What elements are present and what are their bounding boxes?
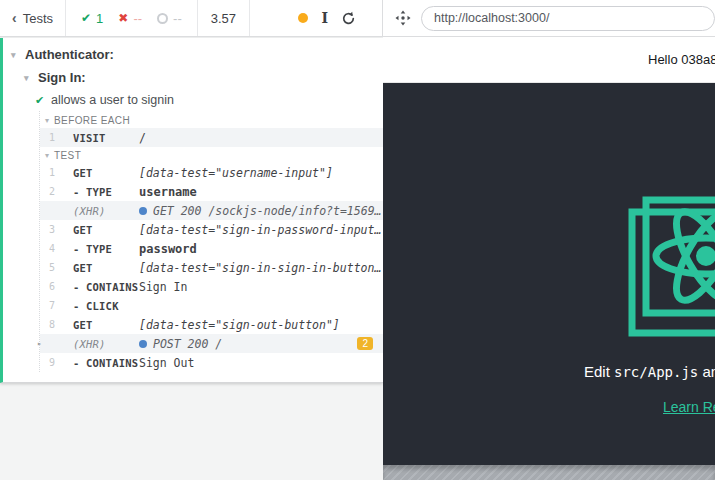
command-method: (XHR) [73, 338, 139, 350]
reporter-panel: ▾ Authenticator: ▾ Sign In: ✔ allows a u… [0, 37, 383, 480]
test-stats: ✔ 1 ✖ -- -- [66, 0, 197, 36]
command-args: username [139, 185, 383, 199]
command-row[interactable]: 3 GET [data-test="sign-in-password-input… [40, 220, 383, 239]
suite-sign-in[interactable]: ▾ Sign In: [3, 66, 383, 89]
command-method: GET [73, 319, 139, 331]
command-args: Sign Out [139, 356, 383, 370]
command-log: ▾ BEFORE EACH 1 VISIT / ▾ TEST 1 GET [da… [39, 111, 383, 372]
command-row[interactable]: 2 - TYPE username [40, 182, 383, 201]
command-method: GET [73, 167, 139, 179]
run-duration: 3.57 [198, 0, 249, 36]
command-args: / [139, 131, 383, 145]
command-number: 5 [40, 262, 55, 273]
command-number: 9 [40, 357, 55, 368]
command-args: [data-test="sign-in-sign-in-button… [139, 261, 383, 275]
test-allows-signin[interactable]: ✔ allows a user to signin [3, 89, 383, 111]
learn-react-link[interactable]: Learn React [663, 399, 715, 415]
selector-playground-icon[interactable] [395, 10, 411, 26]
command-method: GET [73, 224, 139, 236]
test-title: allows a user to signin [51, 93, 174, 107]
code-snippet: src/App.js [614, 364, 698, 380]
failed-count[interactable]: ✖ -- [118, 11, 142, 26]
suite-title: Authenticator: [25, 47, 114, 62]
caret-right-icon[interactable]: ▸ [37, 339, 42, 348]
command-row[interactable]: 4 - TYPE password [40, 239, 383, 258]
xhr-count-badge: 2 [357, 337, 373, 350]
command-method: - TYPE [73, 186, 139, 198]
caret-down-icon: ▾ [45, 151, 49, 160]
command-row[interactable]: 1 VISIT / [40, 128, 383, 147]
command-method: VISIT [73, 132, 139, 144]
check-icon: ✔ [81, 11, 91, 25]
reporter-header: ‹ Tests ✔ 1 ✖ -- -- 3.57 [0, 0, 383, 36]
xhr-row[interactable]: (XHR) GET 200 /sockjs-node/info?t=1569… [40, 201, 383, 220]
command-row[interactable]: 6 - CONTAINS Sign In [40, 277, 383, 296]
command-method: (XHR) [73, 205, 139, 217]
cypress-runner: ‹ Tests ✔ 1 ✖ -- -- 3.57 [0, 0, 715, 480]
command-method: - CLICK [73, 300, 139, 312]
aut-app-main: Edit src/App.js and save to reload. Lear… [383, 83, 715, 465]
before-each-section-header[interactable]: ▾ BEFORE EACH [40, 112, 383, 128]
command-number: 3 [40, 224, 55, 235]
caret-down-icon: ▾ [45, 116, 49, 125]
pending-count[interactable]: -- [157, 11, 182, 26]
command-row[interactable]: 8 GET [data-test="sign-out-button"] [40, 315, 383, 334]
top-bar: ‹ Tests ✔ 1 ✖ -- -- 3.57 [0, 0, 715, 37]
circle-icon [157, 13, 168, 24]
back-label: Tests [23, 11, 53, 26]
command-row[interactable]: 7 - CLICK [40, 296, 383, 315]
back-to-tests-link[interactable]: ‹ Tests [0, 0, 65, 36]
divider [249, 0, 250, 36]
command-row[interactable]: 1 GET [data-test="username-input"] [40, 163, 383, 182]
aut-panel: Hello 038a8 Edit src/App.js and save to … [383, 37, 715, 480]
command-args: [data-test="sign-out-button"] [139, 318, 383, 332]
command-number: 2 [40, 186, 55, 197]
aut-app-header: Hello 038a8 [383, 37, 715, 83]
caret-down-icon: ▾ [11, 50, 16, 60]
command-number: 4 [40, 243, 55, 254]
command-number: 7 [40, 300, 55, 311]
command-args: [data-test="username-input"] [139, 166, 383, 180]
command-number: 6 [40, 281, 55, 292]
command-number: 1 [40, 132, 55, 143]
command-method: - TYPE [73, 243, 139, 255]
xhr-dot-icon [139, 340, 147, 348]
test-section-header[interactable]: ▾ TEST [40, 147, 383, 163]
aut-header: http://localhost:3000/ [383, 0, 715, 36]
suite-title: Sign In: [38, 70, 86, 85]
text-cursor-icon[interactable]: I [321, 11, 328, 25]
greeting-text: Hello 038a8 [648, 52, 715, 67]
command-number: 1 [40, 167, 55, 178]
header-icons: I [298, 11, 382, 26]
command-args: [data-test="sign-in-password-input… [139, 223, 383, 237]
xhr-row[interactable]: ▸ (XHR) POST 200 / 2 [40, 334, 383, 353]
chevron-left-icon: ‹ [12, 11, 17, 25]
caret-down-icon: ▾ [24, 73, 29, 83]
outside-viewport-hatch [383, 465, 715, 480]
refresh-icon[interactable] [341, 11, 356, 26]
xhr-dot-icon [139, 207, 147, 215]
command-args: password [139, 242, 383, 256]
command-method: GET [73, 262, 139, 274]
command-method: - CONTAINS [73, 357, 139, 369]
edit-instruction: Edit src/App.js and save to reload. [584, 363, 715, 380]
command-args: GET 200 /sockjs-node/info?t=1569… [153, 204, 383, 218]
react-logo [622, 192, 715, 362]
command-row[interactable]: 9 - CONTAINS Sign Out [40, 353, 383, 372]
command-number: 8 [40, 319, 55, 330]
x-icon: ✖ [118, 11, 128, 25]
passed-count[interactable]: ✔ 1 [81, 11, 103, 26]
orange-dot-icon[interactable] [298, 13, 308, 23]
suite-authenticator[interactable]: ▾ Authenticator: [3, 43, 383, 66]
check-icon: ✔ [35, 94, 44, 107]
command-method: - CONTAINS [73, 281, 139, 293]
command-args: POST 200 / [153, 337, 357, 351]
test-block: ▾ Authenticator: ▾ Sign In: ✔ allows a u… [0, 38, 383, 383]
command-row[interactable]: 5 GET [data-test="sign-in-sign-in-button… [40, 258, 383, 277]
command-args: Sign In [139, 280, 383, 294]
url-address-bar[interactable]: http://localhost:3000/ [421, 6, 715, 31]
url-text: http://localhost:3000/ [434, 11, 549, 25]
